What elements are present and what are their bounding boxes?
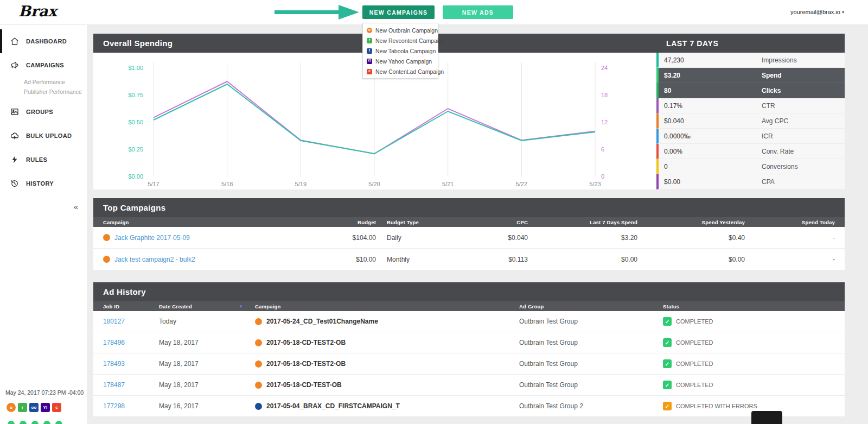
table-row: Jack Graphite 2017-05-09 $104.00 Daily $… (93, 227, 845, 249)
panel-header: Overall Spending LAST 7 DAYS (93, 34, 845, 53)
column-header-campaign[interactable]: Campaign (103, 219, 324, 225)
status-text: COMPLETED WITH ERRORS (676, 403, 757, 409)
ad-group-cell: Outbrain Test Group 2 (519, 402, 663, 410)
ad-group-cell: Outbrain Test Group (519, 381, 663, 389)
contentad-icon[interactable]: c (52, 403, 61, 412)
sidebar-subitem-publisher-performance[interactable]: Publisher Performance (0, 87, 87, 97)
svg-text:$0.00: $0.00 (128, 173, 143, 180)
sidebar-item-campaigns[interactable]: CAMPAIGNS (0, 53, 87, 77)
current-datetime: May 24, 2017 07:23 PM -04:00 (5, 389, 84, 396)
column-header-spend-yesterday[interactable]: Spend Yesterday (637, 219, 745, 225)
stat-row-impressions: 47,230 Impressions (656, 53, 845, 68)
job-id-link[interactable]: 178493 (103, 360, 125, 368)
sidebar-collapse-button[interactable]: « (74, 202, 78, 211)
column-header-spend-today[interactable]: Spend Today (745, 219, 835, 225)
dropdown-item-label: New Revcontent Campaign (375, 37, 445, 44)
last-7-days-stats: 47,230 Impressions $3.20 Spend 80 Clicks… (656, 53, 845, 189)
network-icons-row: o r oo Y! c (7, 403, 61, 412)
outbrain-icon[interactable]: o (7, 403, 16, 412)
new-campaigns-button[interactable]: NEW CAMPAIGNS (362, 5, 435, 19)
spend-today-cell: - (745, 234, 835, 242)
brax-logo[interactable]: Brax (18, 3, 57, 20)
campaign-link[interactable]: Jack Graphite 2017-05-09 (114, 234, 190, 242)
status-dot (55, 421, 62, 424)
column-header-date-created[interactable]: Date Created ▼ (159, 303, 255, 309)
table-row: 178493 May 18, 2017 2017-05-18-CD-TEST2-… (93, 353, 845, 375)
spend-yesterday-cell: $0.00 (637, 256, 745, 263)
sidebar-item-rules[interactable]: RULES (0, 148, 87, 172)
dropdown-item-new-yahoo-campaign[interactable]: Y! New Yahoo Campaign (363, 56, 438, 66)
sidebar-subitem-ad-performance[interactable]: Ad Performance (0, 77, 87, 87)
sidebar-item-label: CAMPAIGNS (26, 62, 64, 68)
new-ads-button[interactable]: NEW ADS (443, 5, 513, 19)
contentad-icon: c (367, 69, 372, 74)
sidebar-item-label: HISTORY (26, 180, 54, 187)
check-icon: ✓ (663, 338, 672, 347)
column-header-ad-group[interactable]: Ad Group (519, 303, 663, 309)
stat-value: 0.17% (659, 102, 682, 110)
outbrain-icon (255, 360, 262, 368)
job-id-link[interactable]: 178487 (103, 381, 125, 389)
spend-yesterday-cell: $0.40 (637, 234, 745, 242)
dropdown-item-new-taboola-campaign[interactable]: t New Taboola Campaign (363, 46, 438, 56)
column-header-cpc[interactable]: CPC (452, 219, 528, 225)
yahoo-icon[interactable]: Y! (41, 403, 50, 412)
job-id-link[interactable]: 180127 (103, 318, 125, 325)
job-id-link[interactable]: 178496 (103, 339, 125, 346)
column-header-status[interactable]: Status (663, 303, 835, 309)
taboola-icon[interactable]: oo (29, 403, 39, 412)
svg-text:5/19: 5/19 (295, 181, 307, 187)
annotation-arrow-icon (275, 3, 360, 23)
svg-text:0: 0 (601, 173, 604, 180)
bottom-right-widget[interactable] (751, 411, 782, 424)
campaign-name: 2017-05-18-CD-TEST-OB (266, 381, 342, 389)
stat-label: CTR (762, 102, 775, 110)
revcontent-icon[interactable]: r (18, 403, 27, 412)
dropdown-item-new-revcontent-campaign[interactable]: r New Revcontent Campaign (363, 35, 438, 46)
sidebar-item-dashboard[interactable]: DASHBOARD (0, 29, 87, 53)
column-header-job-id[interactable]: Job ID (103, 303, 159, 309)
sidebar-item-label: GROUPS (26, 109, 53, 115)
status-text: COMPLETED (676, 382, 713, 388)
stat-value: 0.0000‰ (659, 132, 691, 140)
svg-text:5/17: 5/17 (148, 181, 159, 187)
stat-label: Conversions (762, 163, 798, 170)
dropdown-item-new-outbrain-campaign[interactable]: o New Outbrain Campaign (363, 25, 438, 35)
stat-row-icr: 0.0000‰ ICR (656, 129, 845, 144)
sidebar-item-label: BULK UPLOAD (26, 132, 72, 139)
check-icon: ✓ (663, 359, 672, 368)
column-header-budget[interactable]: Budget (324, 219, 376, 225)
status-badge: ✓ COMPLETED (663, 338, 835, 347)
table-row: 180127 Today 2017-05-24_CD_Test01ChangeN… (93, 311, 845, 332)
dropdown-item-label: New Taboola Campaign (375, 48, 436, 54)
user-menu[interactable]: youremail@brax.io ▾ (790, 9, 844, 15)
check-icon: ✓ (663, 317, 672, 326)
svg-text:5/23: 5/23 (589, 181, 601, 187)
stat-value: 80 (659, 87, 671, 94)
svg-text:24: 24 (601, 65, 608, 71)
svg-text:12: 12 (601, 119, 608, 125)
sidebar-item-groups[interactable]: GROUPS (0, 100, 87, 124)
table-row: Jack test campaign2 - bulk2 $10.00 Month… (93, 249, 845, 270)
ad-group-cell: Outbrain Test Group (519, 360, 663, 368)
sort-desc-icon: ▼ (239, 304, 243, 309)
job-id-link[interactable]: 177298 (103, 402, 125, 410)
campaign-link[interactable]: Jack test campaign2 - bulk2 (114, 256, 195, 263)
sidebar-item-history[interactable]: HISTORY (0, 172, 87, 195)
status-badge: ✓ COMPLETED WITH ERRORS (663, 402, 835, 410)
panel-header: Top Campaigns (93, 198, 845, 217)
caret-down-icon: ▾ (842, 10, 844, 15)
stat-value: 0 (659, 163, 668, 170)
dropdown-item-new-contentad-campaign[interactable]: c New Content.ad Campaign (363, 66, 438, 77)
stat-label: Conv. Rate (762, 148, 794, 155)
outbrain-icon: o (367, 28, 372, 33)
svg-text:18: 18 (601, 92, 608, 98)
column-header-campaign[interactable]: Campaign (255, 303, 519, 309)
table-row: 178487 May 18, 2017 2017-05-18-CD-TEST-O… (93, 375, 845, 396)
column-header-last-7-days-spend[interactable]: Last 7 Days Spend (528, 219, 637, 225)
table-row: 178496 May 18, 2017 2017-05-18-CD-TEST2-… (93, 332, 845, 353)
column-header-budget-type[interactable]: Budget Type (376, 219, 452, 225)
sidebar-item-bulk-upload[interactable]: BULK UPLOAD (0, 124, 87, 148)
top-bar: Brax NEW CAMPAIGNS NEW ADS youremail@bra… (0, 0, 868, 25)
svg-text:6: 6 (601, 146, 604, 153)
